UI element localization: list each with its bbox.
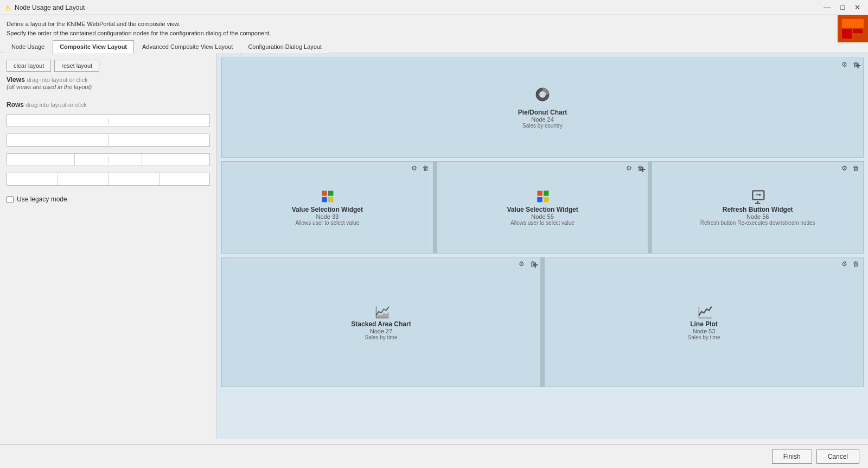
- cancel-button[interactable]: Cancel: [816, 450, 859, 464]
- svg-rect-2: [853, 29, 863, 33]
- card-value-sel-1: ⚙ 🗑 Value Selection Widget Node 33 Allow…: [221, 161, 433, 254]
- line-plot-title: Line Plot: [690, 320, 718, 328]
- col-div: [108, 134, 209, 146]
- card-settings-btn[interactable]: ⚙: [517, 260, 526, 268]
- stacked-area-node: Node 27: [370, 328, 393, 334]
- row-2col[interactable]: [7, 134, 210, 147]
- col-div: [7, 154, 75, 166]
- value-sel-2-node: Node 55: [531, 213, 554, 220]
- svg-rect-5: [322, 191, 327, 195]
- title-bar-controls: — □ ✕: [820, 2, 864, 12]
- description-line1: Define a layout for the KNIME WebPortal …: [7, 20, 861, 29]
- svg-rect-6: [328, 191, 333, 195]
- card-controls-vs1: ⚙ 🗑: [410, 164, 431, 173]
- views-drag-label: drag into layout or click: [27, 77, 88, 83]
- row-add-btn-1[interactable]: +: [855, 60, 861, 72]
- tab-bar: Node Usage Composite View Layout Advance…: [0, 40, 868, 53]
- clear-layout-button[interactable]: clear layout: [7, 60, 51, 72]
- col-div: [159, 173, 210, 185]
- row-4col[interactable]: [7, 173, 210, 186]
- card-pie-donut: ⚙ 🗑 + Pie/Donut Chart Node 24 Sales by c…: [221, 58, 864, 158]
- row-add-btn-2[interactable]: +: [640, 164, 646, 175]
- card-delete-btn[interactable]: 🗑: [421, 164, 431, 173]
- svg-rect-1: [842, 29, 852, 39]
- value-sel-2-desc: Allows user to select value: [510, 220, 575, 226]
- svg-rect-12: [544, 197, 548, 202]
- title-bar: ⚠ Node Usage and Layout — □ ✕: [0, 0, 868, 15]
- col-div: [7, 173, 58, 185]
- refresh-btn-title: Refresh Button Widget: [723, 206, 793, 213]
- rows-section: Rows drag into layout or click: [7, 101, 210, 109]
- right-panel: ⚙ 🗑 + Pie/Donut Chart Node 24 Sales by c…: [217, 53, 868, 439]
- value-sel-1-icon: [321, 189, 334, 203]
- legacy-mode-label: Use legacy mode: [17, 195, 67, 203]
- col-div: [75, 154, 143, 166]
- views-subtitle: (all views are used in the layout): [7, 84, 210, 90]
- refresh-btn-icon: [751, 189, 764, 203]
- value-sel-1-title: Value Selection Widget: [292, 206, 363, 213]
- col-div: [58, 173, 109, 185]
- row-1col[interactable]: [7, 114, 210, 127]
- line-plot-desc: Sales by time: [687, 334, 720, 340]
- refresh-btn-desc: Refresh button Re-executes downstream no…: [700, 220, 815, 226]
- legacy-mode-row: Use legacy mode: [7, 195, 210, 203]
- finish-button[interactable]: Finish: [772, 450, 812, 464]
- main-content: clear layout reset layout Views drag int…: [0, 53, 868, 439]
- card-settings-btn[interactable]: ⚙: [624, 164, 634, 173]
- layout-buttons: clear layout reset layout: [7, 60, 210, 72]
- tab-composite-view-layout[interactable]: Composite View Layout: [53, 40, 134, 53]
- row-add-btn-3[interactable]: +: [532, 260, 538, 271]
- refresh-btn-node: Node 56: [746, 213, 769, 220]
- maximize-button[interactable]: □: [837, 2, 848, 12]
- card-value-sel-2: ⚙ 🗑 + Value Selection Widget Node 55 All…: [437, 161, 649, 254]
- reset-layout-button[interactable]: reset layout: [54, 60, 99, 72]
- close-button[interactable]: ✕: [851, 2, 864, 12]
- svg-rect-13: [752, 191, 764, 199]
- svg-point-4: [539, 91, 546, 98]
- card-controls-refresh: ⚙ 🗑: [840, 164, 861, 173]
- footer: Finish Cancel: [0, 444, 868, 468]
- tab-config-dialog[interactable]: Configuration Dialog Layout: [241, 40, 329, 53]
- brand-logo: [838, 15, 868, 42]
- title-bar-left: ⚠ Node Usage and Layout: [4, 3, 85, 12]
- stacked-area-desc: Sales by time: [365, 334, 397, 340]
- card-delete-btn[interactable]: 🗑: [851, 164, 861, 173]
- card-stacked-area: ⚙ 🗑 + Stacked Area Chart Node 27 Sales b…: [221, 257, 541, 387]
- tab-advanced-composite[interactable]: Advanced Composite View Layout: [135, 40, 240, 53]
- svg-rect-9: [537, 191, 542, 195]
- row-3col[interactable]: [7, 153, 210, 166]
- card-settings-btn[interactable]: ⚙: [840, 164, 849, 173]
- warning-icon: ⚠: [4, 3, 11, 12]
- description-area: Define a layout for the KNIME WebPortal …: [0, 15, 868, 40]
- layout-row-1: ⚙ 🗑 + Pie/Donut Chart Node 24 Sales by c…: [221, 58, 864, 158]
- legacy-mode-checkbox[interactable]: [7, 196, 14, 203]
- pie-donut-icon: [535, 87, 550, 105]
- card-controls-line: ⚙ 🗑: [840, 260, 861, 268]
- line-plot-icon: [698, 304, 711, 317]
- card-line-plot: ⚙ 🗑 Line Plot Node 53 Sales by time: [544, 257, 864, 387]
- tab-node-usage[interactable]: Node Usage: [4, 40, 52, 53]
- rows-drag-label: drag into layout or click: [25, 102, 87, 108]
- views-title: Views: [7, 76, 25, 84]
- left-panel: clear layout reset layout Views drag int…: [0, 53, 217, 439]
- minimize-button[interactable]: —: [820, 2, 834, 12]
- card-settings-btn[interactable]: ⚙: [840, 60, 849, 69]
- views-section: Views drag into layout or click (all vie…: [7, 76, 210, 90]
- value-sel-1-desc: Allows user to select value: [295, 220, 359, 226]
- card-settings-btn[interactable]: ⚙: [840, 260, 849, 268]
- card-settings-btn[interactable]: ⚙: [410, 164, 419, 173]
- stacked-area-title: Stacked Area Chart: [351, 320, 411, 328]
- description-line2: Specify the order of the contained confi…: [7, 29, 861, 38]
- value-sel-2-icon: [536, 189, 549, 203]
- svg-rect-7: [322, 197, 327, 202]
- card-refresh-btn: ⚙ 🗑 Refresh Button Widget Node 56 Refres…: [652, 161, 864, 254]
- card-delete-btn[interactable]: 🗑: [851, 260, 861, 268]
- svg-rect-8: [328, 197, 333, 202]
- svg-rect-0: [842, 19, 864, 28]
- col-div: [108, 173, 159, 185]
- line-plot-node: Node 53: [693, 328, 716, 334]
- col-div: [142, 154, 209, 166]
- layout-row-3: ⚙ 🗑 + Stacked Area Chart Node 27 Sales b…: [221, 257, 864, 387]
- col-div: [7, 134, 108, 146]
- value-sel-2-title: Value Selection Widget: [507, 206, 578, 213]
